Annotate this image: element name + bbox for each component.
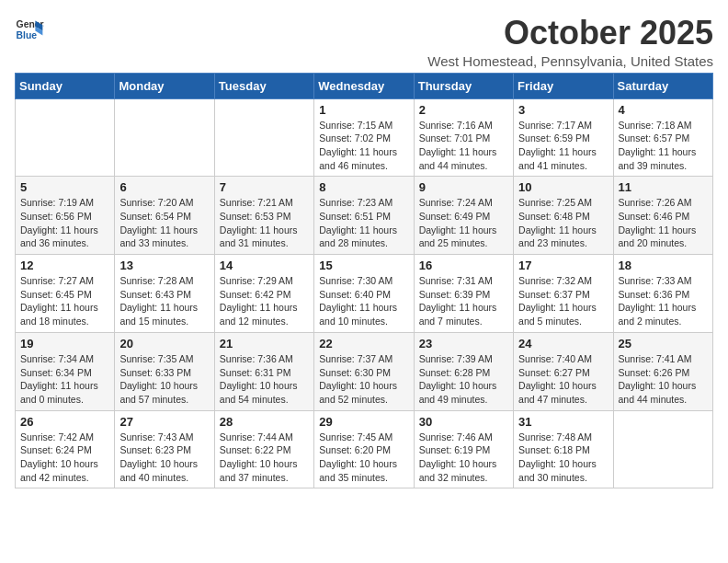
day-number: 30	[419, 415, 508, 429]
calendar-cell: 22Sunrise: 7:37 AM Sunset: 6:30 PM Dayli…	[314, 332, 414, 410]
calendar-cell: 18Sunrise: 7:33 AM Sunset: 6:36 PM Dayli…	[613, 255, 712, 333]
day-number: 12	[20, 259, 109, 272]
calendar-cell	[115, 98, 214, 177]
day-number: 21	[220, 337, 309, 350]
day-info: Sunrise: 7:39 AM Sunset: 6:28 PM Dayligh…	[419, 352, 508, 407]
calendar-cell: 24Sunrise: 7:40 AM Sunset: 6:27 PM Dayli…	[514, 332, 613, 410]
calendar-cell: 28Sunrise: 7:44 AM Sunset: 6:22 PM Dayli…	[214, 410, 313, 488]
day-info: Sunrise: 7:40 AM Sunset: 6:27 PM Dayligh…	[518, 352, 608, 407]
day-info: Sunrise: 7:18 AM Sunset: 6:57 PM Dayligh…	[619, 119, 708, 173]
calendar-week-row: 5Sunrise: 7:19 AM Sunset: 6:56 PM Daylig…	[16, 177, 713, 255]
calendar-cell: 17Sunrise: 7:32 AM Sunset: 6:37 PM Dayli…	[514, 255, 613, 333]
calendar-cell: 8Sunrise: 7:23 AM Sunset: 6:51 PM Daylig…	[314, 177, 414, 255]
day-number: 23	[419, 337, 508, 350]
day-info: Sunrise: 7:20 AM Sunset: 6:54 PM Dayligh…	[119, 196, 209, 250]
calendar-cell: 31Sunrise: 7:48 AM Sunset: 6:18 PM Dayli…	[514, 410, 613, 488]
logo: General Blue	[15, 15, 44, 44]
weekday-header-row: SundayMondayTuesdayWednesdayThursdayFrid…	[16, 73, 713, 98]
day-number: 2	[419, 103, 508, 117]
day-info: Sunrise: 7:29 AM Sunset: 6:42 PM Dayligh…	[220, 274, 309, 328]
day-number: 18	[619, 259, 708, 272]
day-number: 11	[619, 180, 708, 194]
calendar-cell: 20Sunrise: 7:35 AM Sunset: 6:33 PM Dayli…	[115, 332, 214, 410]
calendar-week-row: 12Sunrise: 7:27 AM Sunset: 6:45 PM Dayli…	[16, 255, 713, 333]
calendar-week-row: 1Sunrise: 7:15 AM Sunset: 7:02 PM Daylig…	[16, 98, 713, 177]
day-number: 5	[20, 180, 109, 194]
day-info: Sunrise: 7:16 AM Sunset: 7:01 PM Dayligh…	[419, 119, 508, 173]
day-info: Sunrise: 7:31 AM Sunset: 6:39 PM Dayligh…	[419, 274, 508, 328]
calendar-cell: 10Sunrise: 7:25 AM Sunset: 6:48 PM Dayli…	[514, 177, 613, 255]
weekday-header: Thursday	[414, 73, 513, 98]
calendar-cell: 30Sunrise: 7:46 AM Sunset: 6:19 PM Dayli…	[414, 410, 513, 488]
day-info: Sunrise: 7:30 AM Sunset: 6:40 PM Dayligh…	[319, 274, 408, 328]
day-number: 7	[220, 180, 309, 194]
day-number: 3	[518, 103, 608, 117]
day-number: 31	[518, 415, 608, 429]
calendar-cell	[613, 410, 712, 488]
calendar-cell: 1Sunrise: 7:15 AM Sunset: 7:02 PM Daylig…	[314, 98, 414, 177]
weekday-header: Wednesday	[314, 73, 414, 98]
calendar-cell	[214, 98, 313, 177]
calendar-cell: 21Sunrise: 7:36 AM Sunset: 6:31 PM Dayli…	[214, 332, 313, 410]
day-info: Sunrise: 7:24 AM Sunset: 6:49 PM Dayligh…	[419, 196, 508, 250]
logo-icon: General Blue	[15, 15, 44, 44]
day-number: 15	[319, 259, 408, 272]
day-info: Sunrise: 7:32 AM Sunset: 6:37 PM Dayligh…	[518, 274, 608, 328]
day-number: 19	[20, 337, 109, 350]
day-info: Sunrise: 7:28 AM Sunset: 6:43 PM Dayligh…	[119, 274, 209, 328]
day-info: Sunrise: 7:41 AM Sunset: 6:26 PM Dayligh…	[619, 352, 708, 407]
calendar-cell: 25Sunrise: 7:41 AM Sunset: 6:26 PM Dayli…	[613, 332, 712, 410]
day-number: 28	[220, 415, 309, 429]
month-title: October 2025	[427, 15, 713, 52]
day-number: 6	[119, 180, 209, 194]
calendar-cell: 15Sunrise: 7:30 AM Sunset: 6:40 PM Dayli…	[314, 255, 414, 333]
day-number: 9	[419, 180, 508, 194]
calendar-cell: 4Sunrise: 7:18 AM Sunset: 6:57 PM Daylig…	[613, 98, 712, 177]
page-header: General Blue October 2025 West Homestead…	[15, 15, 713, 69]
day-info: Sunrise: 7:36 AM Sunset: 6:31 PM Dayligh…	[220, 352, 309, 407]
day-number: 24	[518, 337, 608, 350]
day-number: 29	[319, 415, 408, 429]
calendar-cell: 7Sunrise: 7:21 AM Sunset: 6:53 PM Daylig…	[214, 177, 313, 255]
day-info: Sunrise: 7:48 AM Sunset: 6:18 PM Dayligh…	[518, 431, 608, 485]
day-number: 14	[220, 259, 309, 272]
calendar-cell: 6Sunrise: 7:20 AM Sunset: 6:54 PM Daylig…	[115, 177, 214, 255]
calendar-cell: 26Sunrise: 7:42 AM Sunset: 6:24 PM Dayli…	[16, 410, 115, 488]
calendar-cell: 29Sunrise: 7:45 AM Sunset: 6:20 PM Dayli…	[314, 410, 414, 488]
day-info: Sunrise: 7:15 AM Sunset: 7:02 PM Dayligh…	[319, 119, 408, 173]
calendar-cell: 9Sunrise: 7:24 AM Sunset: 6:49 PM Daylig…	[414, 177, 513, 255]
day-number: 27	[119, 415, 209, 429]
day-info: Sunrise: 7:19 AM Sunset: 6:56 PM Dayligh…	[20, 196, 109, 250]
calendar-cell: 3Sunrise: 7:17 AM Sunset: 6:59 PM Daylig…	[514, 98, 613, 177]
calendar-cell: 14Sunrise: 7:29 AM Sunset: 6:42 PM Dayli…	[214, 255, 313, 333]
day-info: Sunrise: 7:45 AM Sunset: 6:20 PM Dayligh…	[319, 431, 408, 485]
day-number: 25	[619, 337, 708, 350]
day-info: Sunrise: 7:27 AM Sunset: 6:45 PM Dayligh…	[20, 274, 109, 328]
location: West Homestead, Pennsylvania, United Sta…	[427, 53, 713, 69]
weekday-header: Friday	[514, 73, 613, 98]
day-info: Sunrise: 7:26 AM Sunset: 6:46 PM Dayligh…	[619, 196, 708, 250]
day-info: Sunrise: 7:37 AM Sunset: 6:30 PM Dayligh…	[319, 352, 408, 407]
weekday-header: Monday	[115, 73, 214, 98]
day-info: Sunrise: 7:33 AM Sunset: 6:36 PM Dayligh…	[619, 274, 708, 328]
calendar-cell: 23Sunrise: 7:39 AM Sunset: 6:28 PM Dayli…	[414, 332, 513, 410]
calendar-cell: 19Sunrise: 7:34 AM Sunset: 6:34 PM Dayli…	[16, 332, 115, 410]
calendar-week-row: 19Sunrise: 7:34 AM Sunset: 6:34 PM Dayli…	[16, 332, 713, 410]
day-number: 10	[518, 180, 608, 194]
calendar-cell: 11Sunrise: 7:26 AM Sunset: 6:46 PM Dayli…	[613, 177, 712, 255]
day-number: 1	[319, 103, 408, 117]
day-number: 22	[319, 337, 408, 350]
calendar-table: SundayMondayTuesdayWednesdayThursdayFrid…	[15, 73, 713, 489]
day-info: Sunrise: 7:21 AM Sunset: 6:53 PM Dayligh…	[220, 196, 309, 250]
day-number: 20	[119, 337, 209, 350]
calendar-cell: 12Sunrise: 7:27 AM Sunset: 6:45 PM Dayli…	[16, 255, 115, 333]
calendar-cell: 13Sunrise: 7:28 AM Sunset: 6:43 PM Dayli…	[115, 255, 214, 333]
day-info: Sunrise: 7:44 AM Sunset: 6:22 PM Dayligh…	[220, 431, 309, 485]
day-info: Sunrise: 7:43 AM Sunset: 6:23 PM Dayligh…	[119, 431, 209, 485]
day-info: Sunrise: 7:17 AM Sunset: 6:59 PM Dayligh…	[518, 119, 608, 173]
day-info: Sunrise: 7:35 AM Sunset: 6:33 PM Dayligh…	[119, 352, 209, 407]
calendar-cell: 2Sunrise: 7:16 AM Sunset: 7:01 PM Daylig…	[414, 98, 513, 177]
day-info: Sunrise: 7:23 AM Sunset: 6:51 PM Dayligh…	[319, 196, 408, 250]
day-info: Sunrise: 7:25 AM Sunset: 6:48 PM Dayligh…	[518, 196, 608, 250]
calendar-cell: 5Sunrise: 7:19 AM Sunset: 6:56 PM Daylig…	[16, 177, 115, 255]
